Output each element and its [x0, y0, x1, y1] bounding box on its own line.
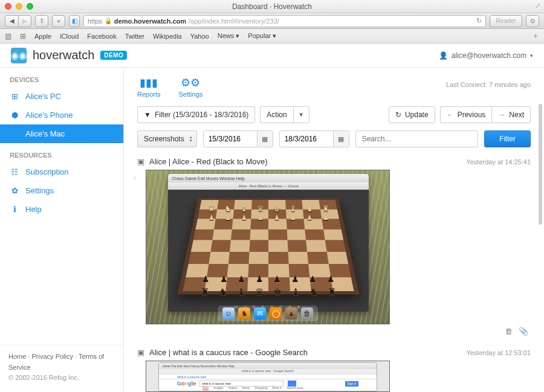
sidebar: DEVICES ⊞Alice's PC ⬢Alice's Phone Alice…: [0, 68, 124, 392]
filter-summary-button[interactable]: ▼Filter (15/3/2016 - 18/3/2016): [137, 106, 255, 123]
user-icon: 👤: [439, 51, 448, 60]
sidebar-item-label: Alice's Phone: [25, 111, 73, 120]
search-input[interactable]: [355, 130, 479, 147]
image-icon: ▣: [137, 157, 144, 166]
downloads-button[interactable]: ⊙: [526, 15, 539, 27]
next-label: Next: [509, 111, 524, 119]
inner-window: Safari File Edit View History Bookmarks …: [158, 362, 377, 391]
sidebar-item-settings[interactable]: ✿Settings: [0, 181, 123, 200]
bookmark-yahoo[interactable]: Yahoo: [190, 33, 209, 40]
topsites-icon[interactable]: ⊞: [20, 32, 26, 40]
sidebar-item-alices-pc[interactable]: ⊞Alice's PC: [0, 87, 123, 106]
footer-link-privacy[interactable]: Privacy Policy: [32, 353, 73, 360]
trash-icon: 🗑: [301, 307, 313, 320]
macos-dock: ☺ ♞ ✉ ◯ ▲ 🗑: [218, 306, 318, 321]
tab-label: Settings: [179, 91, 203, 98]
vlc-icon: ▲: [285, 307, 297, 320]
screenshot-thumbnail[interactable]: Safari File Edit View History Bookmarks …: [146, 361, 390, 392]
url-bar[interactable]: https 🔒 demo.hoverwatch.com/app/index.ht…: [83, 15, 486, 27]
user-menu[interactable]: 👤 alice@hoverwatch.com ▾: [439, 51, 533, 60]
finder-icon: ☺: [222, 307, 235, 320]
bookmark-popular[interactable]: Popular ▾: [248, 32, 276, 40]
google-tab-videos: Videos: [228, 386, 238, 390]
window-title: Dashboard · Hoverwatch: [0, 2, 544, 11]
action-caret-button[interactable]: ▼: [293, 106, 309, 123]
sidebar-item-label: Subscription: [25, 167, 69, 176]
date-from-input[interactable]: [204, 131, 257, 147]
bookmark-facebook[interactable]: Facebook: [87, 33, 116, 40]
inner-menubar: Safari File Edit View History Bookmarks …: [159, 363, 377, 369]
filter-icon: ▼: [144, 111, 151, 119]
gears-icon: ⚙⚙: [181, 76, 200, 89]
bookmark-icloud[interactable]: iCloud: [60, 33, 79, 40]
tab-settings[interactable]: ⚙⚙Settings: [179, 76, 203, 98]
previous-button[interactable]: ←Previous: [440, 106, 492, 123]
google-tab-images: Images: [213, 386, 223, 390]
next-button[interactable]: →Next: [491, 106, 531, 123]
last-connect-label: Last Connect: 7 minutes ago: [446, 81, 531, 88]
attachment-icon[interactable]: 📎: [519, 327, 528, 336]
bookmark-news[interactable]: News ▾: [218, 32, 240, 40]
chess-pieces-black-pawns: ♟♟♟♟♟♟♟♟: [197, 274, 340, 284]
windows-icon: ⊞: [10, 92, 19, 101]
sidebar-item-subscription[interactable]: ☷Subscription: [0, 162, 123, 181]
sidebar-item-help[interactable]: ℹHelp: [0, 200, 123, 219]
type-select[interactable]: Screenshots▲▼: [137, 130, 197, 147]
url-path: /app/index.html#inventory/233/: [189, 18, 279, 25]
filter-button[interactable]: Filter: [484, 130, 531, 147]
sidebar-item-alices-mac[interactable]: Alice's Mac: [0, 124, 123, 143]
sidebar-item-label: Help: [25, 205, 42, 214]
bar-chart-icon: ▮▮▮: [140, 76, 158, 89]
google-tab-searchtools: Search tools: [287, 386, 303, 390]
sidebar-item-alices-phone[interactable]: ⬢Alice's Phone: [0, 106, 123, 124]
fullscreen-icon[interactable]: ⤢: [535, 2, 540, 10]
entry-row: ▣ Alice | Alice - Red (Black to Move) Ye…: [137, 157, 531, 336]
lock-icon: 🔒: [105, 18, 112, 24]
calendar-icon[interactable]: ▦: [333, 131, 349, 147]
footer-copyright: © 2002-2016 Refog Inc.: [8, 373, 115, 384]
sidebar-toggle-icon[interactable]: ◧: [69, 15, 80, 27]
sidebar-footer: Home · Privacy Policy · Terms of Service…: [0, 345, 123, 392]
entry-timestamp: Yesterday at 14:25:41: [466, 158, 531, 165]
filter-summary-label: Filter (15/3/2016 - 18/3/2016): [155, 111, 248, 119]
add-bookmark-button[interactable]: ＋: [52, 15, 65, 27]
inner-window-title: what is a caucus race - Google Search: [159, 369, 377, 374]
share-button[interactable]: ⇪: [35, 15, 48, 27]
forward-button[interactable]: ▶: [18, 15, 31, 27]
update-label: Update: [405, 111, 429, 119]
delete-entry-icon[interactable]: 🗑: [505, 327, 513, 336]
bookmark-twitter[interactable]: Twitter: [125, 33, 144, 40]
tab-reports[interactable]: ▮▮▮Reports: [137, 76, 161, 98]
date-from-field[interactable]: ▦: [203, 130, 273, 147]
gear-icon: ✿: [10, 186, 19, 195]
inner-menubar: Chess Game Edit Moves Window Help: [168, 174, 369, 182]
calendar-icon[interactable]: ▦: [257, 131, 273, 147]
bookmark-apple[interactable]: Apple: [34, 33, 51, 40]
demo-badge: DEMO: [100, 51, 127, 60]
chevron-down-icon: ▾: [530, 53, 533, 59]
arrow-left-icon: ←: [447, 111, 454, 119]
sidebar-item-label: Alice's Mac: [25, 129, 65, 138]
card-icon: ☷: [10, 167, 19, 176]
date-to-field[interactable]: ▦: [279, 130, 349, 147]
android-icon: ⬢: [10, 111, 19, 120]
bookmark-wikipedia[interactable]: Wikipedia: [153, 33, 182, 40]
ibooks-icon: ◯: [270, 307, 282, 320]
logo-icon: ◉◉: [11, 48, 27, 63]
tab-label: Reports: [137, 91, 161, 98]
chevron-right-icon[interactable]: ›: [134, 173, 136, 182]
action-button[interactable]: Action: [260, 106, 293, 123]
bookmarks-icon[interactable]: ▥: [5, 32, 11, 40]
back-button[interactable]: ◀: [5, 15, 18, 27]
sidebar-heading-resources: RESOURCES: [0, 143, 123, 162]
date-to-input[interactable]: [280, 131, 333, 147]
footer-link-home[interactable]: Home: [8, 353, 26, 360]
inner-window: Chess Game Edit Moves Window Help Alice …: [168, 174, 369, 312]
reader-button[interactable]: Reader: [490, 15, 522, 27]
inner-url: what is a caucus race: [177, 375, 206, 379]
chess-pieces-white-back: ♜♞♝♛♚♝♞♜: [203, 204, 334, 213]
reload-icon[interactable]: ↻: [476, 17, 482, 25]
update-button[interactable]: ↻Update: [389, 106, 435, 123]
screenshot-thumbnail[interactable]: Chess Game Edit Moves Window Help Alice …: [146, 170, 390, 324]
add-tab-icon[interactable]: ＋: [532, 31, 539, 41]
